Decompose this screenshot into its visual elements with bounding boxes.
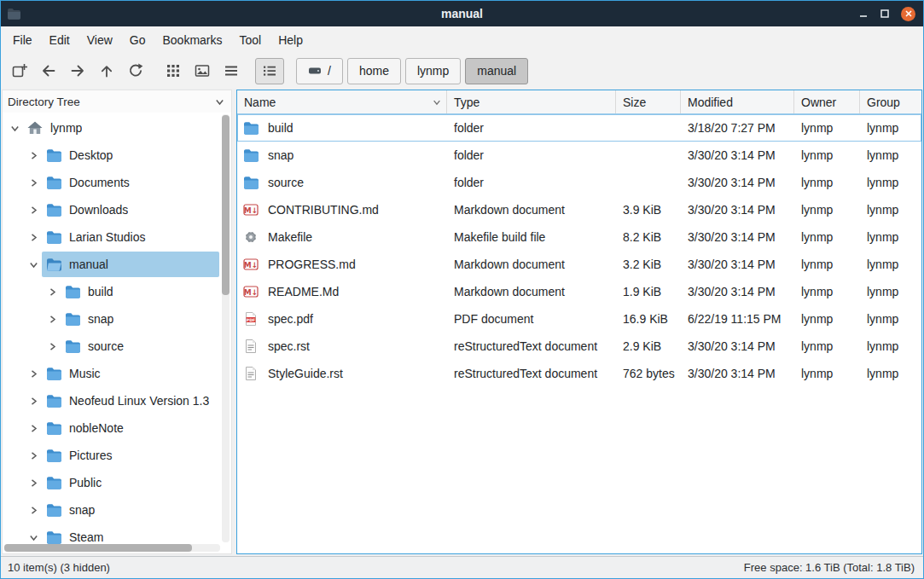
maximize-button[interactable] [880,9,890,19]
titlebar[interactable]: manual [1,1,923,26]
column-header-group[interactable]: Group [860,90,921,113]
tree-item-body[interactable]: manual [42,252,219,277]
tree-item-larian-studios[interactable]: Larian Studios [3,223,219,251]
tree-item-neofeud-linux-version-1-3[interactable]: Neofeud Linux Version 1.3 [3,387,219,414]
compact-view-button[interactable] [218,57,245,84]
chevron-right-icon[interactable] [25,424,42,433]
tree-item-body[interactable]: Documents [42,170,219,195]
chevron-right-icon[interactable] [25,397,42,406]
breadcrumb-lynmp[interactable]: lynmp [405,58,461,84]
file-row-contributing-md[interactable]: M↓CONTRIBUTING.mdMarkdown document3.9 Ki… [237,196,921,223]
tree-item-public[interactable]: Public [3,469,219,496]
status-item-count: 10 item(s) (3 hidden) [8,561,110,574]
file-name: spec.rst [268,339,310,353]
menu-help[interactable]: Help [270,28,311,52]
tree-item-manual[interactable]: manual [3,251,219,278]
tree-item-body[interactable]: nobleNote [42,415,219,441]
column-header-type[interactable]: Type [447,90,616,113]
reload-button[interactable] [122,57,149,84]
forward-button[interactable] [64,57,91,84]
breadcrumb-root[interactable]: / [296,58,343,84]
chevron-right-icon[interactable] [25,151,42,160]
tree-item-downloads[interactable]: Downloads [3,196,219,223]
tree-item-source[interactable]: source [3,333,219,360]
chevron-right-icon[interactable] [25,451,42,460]
chevron-right-icon[interactable] [25,478,42,488]
sidebar-vertical-scrollbar[interactable] [222,114,230,542]
tree-item-music[interactable]: Music [3,360,219,387]
tree-item-noblenote[interactable]: nobleNote [3,414,219,442]
column-header-owner[interactable]: Owner [794,90,860,113]
folder-icon [46,148,62,162]
tree-item-body[interactable]: Larian Studios [42,224,219,250]
chevron-down-icon[interactable] [215,97,224,107]
tree-item-body[interactable]: Pictures [42,443,219,468]
breadcrumb-home[interactable]: home [347,58,401,84]
menu-go[interactable]: Go [121,28,154,52]
tree-item-snap[interactable]: snap [3,305,219,333]
breadcrumb-manual[interactable]: manual [465,58,528,84]
chevron-down-icon[interactable] [25,533,42,542]
chevron-down-icon[interactable] [6,124,23,133]
tree-item-documents[interactable]: Documents [3,169,219,196]
file-row-spec-pdf[interactable]: PDFspec.pdfPDF document16.9 KiB6/22/19 1… [237,305,921,333]
file-name: spec.pdf [268,312,313,326]
new-tab-button[interactable] [6,57,33,84]
detailed-list-view-button[interactable] [255,58,284,84]
tree-item-label: Neofeud Linux Version 1.3 [69,394,209,408]
tree-item-body[interactable]: snap [61,306,219,332]
folder-open-icon [46,258,62,271]
thumbnail-view-button[interactable] [189,57,216,84]
file-type: folder [447,176,616,189]
menu-edit[interactable]: Edit [41,28,78,52]
column-header-modified[interactable]: Modified [681,90,794,113]
tree-item-build[interactable]: build [3,278,219,305]
chevron-down-icon[interactable] [25,260,42,269]
chevron-right-icon[interactable] [44,342,61,351]
sidebar-header[interactable]: Directory Tree [3,90,231,113]
menu-view[interactable]: View [78,28,121,52]
scrollbar-thumb[interactable] [4,544,192,552]
chevron-right-icon[interactable] [25,233,42,242]
tree-item-body[interactable]: source [61,333,219,359]
close-button[interactable] [901,7,915,21]
chevron-right-icon[interactable] [25,206,42,215]
tree-item-body[interactable]: snap [42,497,219,523]
tree-item-lynmp[interactable]: lynmp [3,114,219,142]
file-row-build[interactable]: buildfolder3/18/20 7:27 PMlynmplynmp [237,114,921,142]
tree-item-body[interactable]: Neofeud Linux Version 1.3 [42,388,219,414]
file-row-styleguide-rst[interactable]: StyleGuide.rstreStructuredText document7… [237,360,921,387]
tree-item-body[interactable]: Downloads [42,197,219,223]
tree-item-body[interactable]: lynmp [23,115,219,141]
file-row-readme-md[interactable]: M↓README.MdMarkdown document1.9 KiB3/30/… [237,278,921,305]
menu-bookmarks[interactable]: Bookmarks [154,28,230,52]
tree-item-pictures[interactable]: Pictures [3,442,219,469]
chevron-right-icon[interactable] [44,315,61,324]
file-row-spec-rst[interactable]: spec.rstreStructuredText document2.9 KiB… [237,333,921,360]
tree-item-body[interactable]: Desktop [42,142,219,168]
minimize-button[interactable] [858,9,869,19]
sidebar-horizontal-scrollbar[interactable] [4,544,220,552]
tree-item-snap[interactable]: snap [3,496,219,524]
menu-file[interactable]: File [4,28,41,52]
column-header-name[interactable]: Name [237,90,447,113]
column-header-size[interactable]: Size [616,90,681,113]
up-button[interactable] [93,57,120,84]
file-row-snap[interactable]: snapfolder3/30/20 3:14 PMlynmplynmp [237,142,921,169]
tree-item-body[interactable]: Music [42,361,219,386]
icon-view-button[interactable] [160,57,187,84]
tree-item-body[interactable]: build [61,279,219,304]
chevron-right-icon[interactable] [44,287,61,297]
scrollbar-thumb[interactable] [222,115,230,295]
svg-text:M↓: M↓ [244,261,259,269]
chevron-right-icon[interactable] [25,506,42,515]
tree-item-desktop[interactable]: Desktop [3,142,219,169]
menu-tool[interactable]: Tool [231,28,270,52]
file-row-source[interactable]: sourcefolder3/30/20 3:14 PMlynmplynmp [237,169,921,196]
tree-item-body[interactable]: Public [42,470,219,495]
chevron-right-icon[interactable] [25,369,42,379]
back-button[interactable] [35,57,62,84]
chevron-right-icon[interactable] [25,178,42,188]
file-row-makefile[interactable]: MakefileMakefile build file8.2 KiB3/30/2… [237,223,921,251]
file-row-progress-md[interactable]: M↓PROGRESS.mdMarkdown document3.2 KiB3/3… [237,251,921,278]
